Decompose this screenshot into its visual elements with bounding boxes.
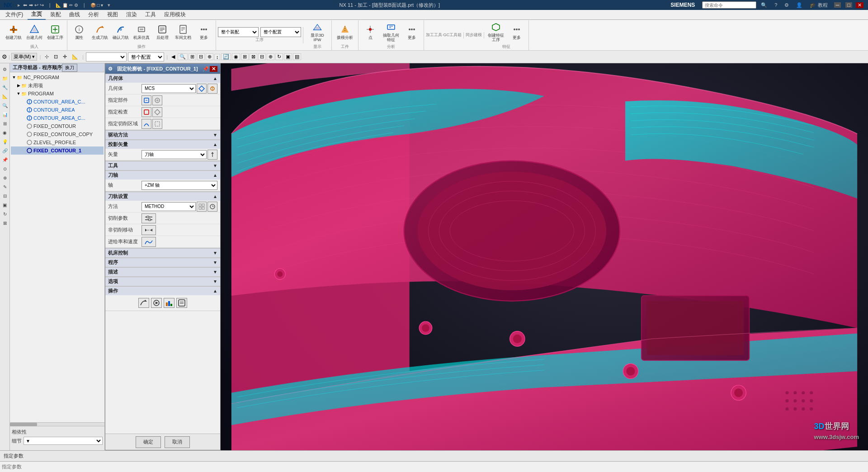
btn-more-feature[interactable]: 更多 bbox=[507, 20, 527, 44]
left-icon-17[interactable]: ↻ bbox=[1, 210, 9, 218]
menu-tools[interactable]: 工具 bbox=[142, 10, 160, 19]
specify-cut-btn2[interactable] bbox=[152, 119, 162, 129]
tree-node-unused[interactable]: ▶ 📁 未用项 bbox=[11, 81, 104, 90]
tree-node-fc1[interactable]: ▶ FIXED_CONTOUR bbox=[11, 122, 104, 130]
tb2-snap-btn[interactable]: ✛ bbox=[61, 53, 69, 60]
dialog-pin-btn[interactable]: 📌 bbox=[203, 66, 209, 72]
menu-assembly[interactable]: 装配 bbox=[47, 10, 65, 19]
menu-view[interactable]: 视图 bbox=[104, 10, 122, 19]
tree-node-ca1[interactable]: ▶ CONTOUR_AREA_C... bbox=[11, 98, 104, 106]
specify-part-btn1[interactable] bbox=[142, 95, 151, 105]
left-icon-10[interactable]: 🔗 bbox=[1, 146, 9, 155]
btn-point[interactable]: 点 bbox=[360, 20, 380, 44]
tb2-filter-select[interactable]: 整个配置 bbox=[128, 52, 164, 61]
tree-node-program[interactable]: ▼ 📁 PROGRAM bbox=[11, 90, 104, 98]
operate-icon-2[interactable] bbox=[151, 298, 162, 308]
section-tool-header[interactable]: 工具 ▼ bbox=[105, 161, 220, 170]
left-icon-14[interactable]: ✎ bbox=[1, 183, 9, 191]
left-icon-16[interactable]: ▣ bbox=[1, 201, 9, 209]
left-icon-6[interactable]: 📊 bbox=[1, 110, 9, 118]
tb2-icon-settings[interactable]: ⚙ bbox=[2, 53, 7, 60]
btn-create-tool[interactable]: 创建刀轨 bbox=[4, 20, 24, 44]
section-machine-ctrl-header[interactable]: 机床控制 ▼ bbox=[105, 248, 220, 257]
tree-node-fc3[interactable]: ▶ FIXED_CONTOUR_1 bbox=[11, 146, 104, 155]
left-icon-5[interactable]: 🔍 bbox=[1, 101, 9, 109]
minimize-btn[interactable]: ─ bbox=[834, 2, 841, 8]
left-icon-2[interactable]: 📁 bbox=[1, 74, 9, 82]
section-options-header[interactable]: 选项 ▼ bbox=[105, 277, 220, 286]
left-icon-8[interactable]: ◉ bbox=[1, 128, 9, 137]
close-btn[interactable]: ✕ bbox=[856, 2, 863, 8]
btn-create-feature-op[interactable]: 创建特征工序 bbox=[486, 20, 506, 44]
menu-analysis[interactable]: 分析 bbox=[85, 10, 103, 19]
geom-select[interactable]: MCS bbox=[142, 84, 196, 93]
nav-hscroll[interactable] bbox=[10, 422, 104, 426]
operate-icon-4[interactable] bbox=[176, 298, 187, 308]
menu-home[interactable]: 主页 bbox=[28, 9, 46, 20]
3d-viewport[interactable]: 3D世界网 www.3dsjw.com bbox=[221, 63, 868, 450]
section-program-header[interactable]: 程序 ▼ bbox=[105, 258, 220, 267]
btn-create-op[interactable]: 创建工序 bbox=[45, 20, 65, 44]
btn-machine-sim[interactable]: 机床仿真 bbox=[132, 20, 151, 44]
method-select[interactable]: METHOD bbox=[142, 202, 196, 211]
user-icon[interactable]: 👤 bbox=[794, 2, 804, 8]
nav-change-btn[interactable]: 换刀 bbox=[62, 64, 77, 72]
section-desc-header[interactable]: 描述 ▼ bbox=[105, 267, 220, 276]
cut-params-btn[interactable] bbox=[142, 213, 156, 223]
geom-btn-show[interactable] bbox=[208, 84, 217, 94]
section-blade-axis-header[interactable]: 刀轴 ▲ bbox=[105, 170, 220, 179]
btn-extract-geom[interactable]: 抽取几何特征 bbox=[381, 20, 401, 44]
operate-icon-1[interactable] bbox=[138, 298, 149, 308]
tb2-select-btn[interactable]: ⊹ bbox=[43, 53, 51, 60]
settings-icon[interactable]: ⚙ bbox=[783, 2, 791, 8]
left-icon-4[interactable]: 📐 bbox=[1, 92, 9, 100]
tb2-menu-btn[interactable]: 菜单(M) ▾ bbox=[11, 53, 38, 61]
tree-expand-program[interactable]: ▼ bbox=[16, 91, 21, 96]
dialog-confirm-btn[interactable]: 确定 bbox=[136, 436, 161, 448]
section-drive-header[interactable]: 驱动方法 ▼ bbox=[105, 130, 220, 139]
feedrate-btn[interactable] bbox=[142, 237, 156, 247]
nav-hscroll-thumb[interactable] bbox=[10, 423, 37, 426]
left-icon-1[interactable]: ⚙ bbox=[1, 65, 9, 73]
tree-node-zl[interactable]: ▶ ZLEVEL_PROFILE bbox=[11, 138, 104, 146]
tree-node-ncprogram[interactable]: ▼ 📁 NC_PROGRAM bbox=[11, 73, 104, 81]
help-icon[interactable]: ? bbox=[773, 2, 779, 8]
btn-3d-ipw[interactable]: 显示3D IPW bbox=[305, 20, 330, 44]
btn-draft-analysis[interactable]: 拨模分析 bbox=[334, 20, 356, 44]
btn-gen-toolpath[interactable]: 生成刀轨 bbox=[90, 20, 110, 44]
menu-curve[interactable]: 曲线 bbox=[66, 10, 84, 19]
operate-icon-3[interactable] bbox=[164, 298, 175, 308]
tree-expand-unused[interactable]: ▶ bbox=[16, 83, 21, 88]
left-icon-9[interactable]: 💡 bbox=[1, 137, 9, 146]
search-input[interactable] bbox=[702, 1, 756, 9]
menu-file[interactable]: 文件(F) bbox=[2, 10, 27, 19]
method-btn1[interactable] bbox=[197, 202, 207, 212]
tree-node-fc2[interactable]: ▶ FIXED_CONTOUR_COPY bbox=[11, 130, 104, 138]
tb2-measure-btn[interactable]: 📐 bbox=[70, 53, 80, 60]
section-operate-header[interactable]: 操作 ▲ bbox=[105, 286, 220, 295]
specify-check-btn2[interactable] bbox=[152, 107, 162, 117]
vector-btn[interactable] bbox=[208, 150, 217, 160]
dialog-close-btn[interactable]: ✕ bbox=[210, 66, 217, 72]
section-geometry-header[interactable]: 几何体 ▲ bbox=[105, 74, 220, 83]
menu-app[interactable]: 应用模块 bbox=[160, 10, 189, 19]
search-icon[interactable]: 🔍 bbox=[759, 2, 769, 8]
left-icon-7[interactable]: ⊞ bbox=[1, 119, 9, 127]
dialog-cancel-btn[interactable]: 取消 bbox=[165, 436, 190, 448]
left-icon-15[interactable]: ⊟ bbox=[1, 192, 9, 200]
tree-expand-ncprogram[interactable]: ▼ bbox=[12, 75, 16, 80]
btn-verify[interactable]: 确认刀轨 bbox=[111, 20, 131, 44]
btn-attr[interactable]: i 属性 bbox=[69, 20, 89, 44]
left-icon-13[interactable]: ⊕ bbox=[1, 174, 9, 182]
tree-node-ca2[interactable]: ▶ CONTOUR_AREA bbox=[11, 106, 104, 114]
btn-create-geom[interactable]: 台建几何 bbox=[24, 20, 44, 44]
tree-node-ca3[interactable]: ▶ CONTOUR_AREA_C... bbox=[11, 114, 104, 122]
specify-check-btn1[interactable] bbox=[142, 107, 151, 117]
section-toolpath-header[interactable]: 刀轨设置 ▲ bbox=[105, 192, 220, 201]
specify-cut-btn1[interactable] bbox=[142, 119, 151, 129]
tb2-filter-btn[interactable]: ⊡ bbox=[52, 53, 60, 60]
vector-select[interactable]: 刀轴 bbox=[142, 150, 207, 159]
geom-btn-edit[interactable] bbox=[197, 84, 207, 94]
left-icon-18[interactable]: ⊠ bbox=[1, 219, 9, 227]
axis-select[interactable]: +ZM 轴 bbox=[142, 181, 217, 190]
